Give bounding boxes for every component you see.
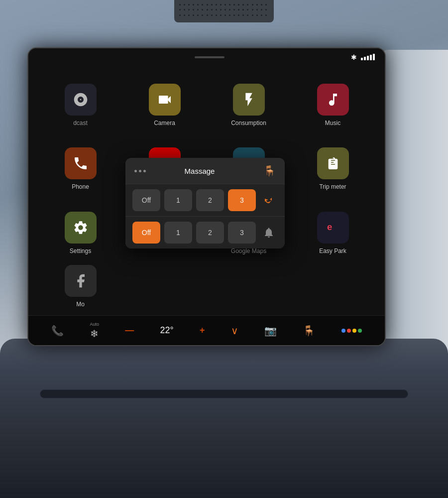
assistant-dot-green: [358, 329, 362, 333]
misc-label: Mo: [76, 301, 85, 308]
bottom-toolbar: 📞 Auto ❄ — 22° +: [28, 315, 385, 345]
toolbar-temp-plus[interactable]: +: [200, 325, 205, 336]
music-label: Music: [325, 120, 340, 126]
easypark-label: Easy Park: [319, 248, 346, 254]
phone-icon: [65, 147, 97, 179]
signal-bars: [361, 54, 375, 60]
seat-panel: [378, 50, 448, 349]
toolbar-fan[interactable]: Auto ❄: [90, 322, 99, 340]
settings-label: Settings: [70, 248, 91, 254]
infotainment-screen: ✱ dcast: [27, 47, 386, 346]
app-item-phone[interactable]: Phone: [38, 137, 122, 201]
massage-r2-off[interactable]: Off: [132, 222, 160, 244]
app-item-settings[interactable]: Settings: [38, 201, 122, 265]
signal-bar-4: [370, 55, 372, 60]
speaker-grille: [174, 0, 274, 22]
temp-minus-icon: —: [125, 325, 134, 336]
massage-r2-3[interactable]: 3: [228, 222, 256, 244]
toolbar-phone[interactable]: 📞: [51, 325, 64, 337]
assistant-dot-yellow: [352, 329, 356, 333]
signal-bar-1: [361, 58, 363, 60]
podcast-label: dcast: [73, 120, 88, 126]
toolbar-camera[interactable]: 📷: [264, 325, 277, 337]
easypark-icon: e: [317, 212, 349, 244]
camera-label: Camera: [154, 120, 175, 126]
massage-r2-side-icon: [260, 227, 278, 239]
toolbar-phone-icon: 📞: [51, 325, 64, 337]
massage-r1-1[interactable]: 1: [164, 189, 192, 211]
svg-text:e: e: [327, 222, 332, 232]
toolbar-camera-icon: 📷: [264, 325, 277, 337]
assistant-dot-blue: [341, 329, 345, 333]
tripmeter-label: Trip meter: [319, 183, 346, 190]
app-item-misc[interactable]: Mo: [38, 265, 122, 308]
seat-heat-icon: 🪑: [303, 325, 315, 337]
bluetooth-icon: ✱: [351, 53, 357, 61]
toolbar-temp-minus[interactable]: —: [125, 325, 134, 336]
toolbar-assistant[interactable]: [341, 329, 362, 333]
app-item-easypark[interactable]: e Easy Park: [291, 201, 375, 265]
signal-bar-5: [373, 54, 375, 60]
status-bar: ✱: [28, 48, 385, 66]
auto-label: Auto: [90, 322, 99, 327]
signal-bar-2: [364, 57, 366, 60]
tripmeter-icon: [317, 147, 349, 179]
swipe-indicator: [195, 56, 224, 58]
massage-r1-side-icon: [260, 194, 278, 206]
music-icon: [317, 84, 349, 116]
assistant-dots: [341, 329, 362, 333]
status-bar-right: ✱: [351, 53, 375, 61]
popup-header: Massage 🪑: [125, 158, 285, 184]
assistant-dot-red: [347, 329, 351, 333]
status-bar-center: [195, 56, 224, 58]
massage-r1-3[interactable]: 3: [228, 189, 256, 211]
phone-label: Phone: [72, 183, 89, 190]
toolbar-expand[interactable]: ∨: [231, 325, 238, 337]
misc-icon: [65, 265, 97, 297]
dashboard-bottom: [0, 339, 448, 498]
toolbar-temp-display: 22°: [160, 325, 174, 336]
app-item-consumption[interactable]: Consumption: [207, 73, 291, 137]
podcast-icon: [65, 84, 97, 116]
app-item-tripmeter[interactable]: Trip meter: [291, 137, 375, 201]
massage-popup: Massage 🪑 Off 1 2 3 Off 1 2: [125, 158, 285, 249]
popup-seat-icon: 🪑: [263, 165, 276, 177]
camera-icon: [149, 84, 181, 116]
toolbar-seat[interactable]: 🪑: [303, 325, 315, 337]
massage-r2-2[interactable]: 2: [196, 222, 224, 244]
massage-r1-off[interactable]: Off: [132, 189, 160, 211]
massage-r1-2[interactable]: 2: [196, 189, 224, 211]
massage-r2-1[interactable]: 1: [164, 222, 192, 244]
signal-bar-3: [367, 56, 369, 60]
popup-title: Massage: [136, 167, 263, 175]
massage-row-2: Off 1 2 3: [125, 216, 285, 249]
app-item-music[interactable]: Music: [291, 73, 375, 137]
app-item-podcast[interactable]: dcast: [38, 73, 122, 137]
fan-icon: ❄: [90, 328, 99, 340]
chevron-down-icon: ∨: [231, 325, 238, 337]
massage-row-1: Off 1 2 3: [125, 184, 285, 216]
temp-value: 22°: [160, 325, 174, 336]
vent-strip: [40, 389, 408, 398]
consumption-label: Consumption: [231, 120, 266, 126]
temp-plus-icon: +: [200, 325, 205, 336]
settings-icon: [65, 212, 97, 244]
consumption-icon: [233, 84, 265, 116]
car-interior: ✱ dcast: [0, 0, 448, 498]
app-item-camera[interactable]: Camera: [122, 73, 207, 137]
